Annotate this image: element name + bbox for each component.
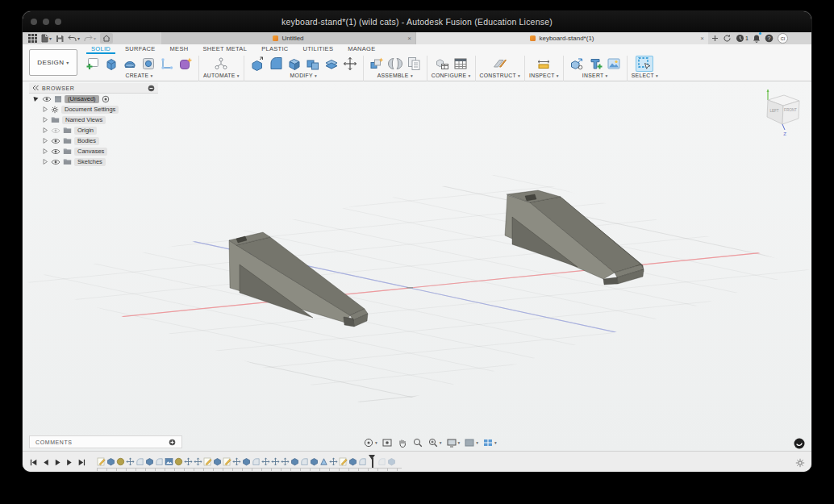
timeline-feature-extrude[interactable]: [310, 457, 319, 466]
extrude-icon[interactable]: [102, 56, 120, 72]
timeline-feature-extrude[interactable]: [145, 457, 154, 466]
timeline-feature-fillet[interactable]: [136, 457, 144, 466]
timeline-play-button[interactable]: [53, 457, 62, 468]
browser-item-label[interactable]: Document Settings: [61, 106, 119, 114]
split-body-icon[interactable]: [323, 56, 340, 72]
shell-icon[interactable]: [286, 56, 303, 72]
browser-item-canvases[interactable]: Canvases: [29, 146, 158, 156]
timeline-feature-sketch[interactable]: [203, 457, 212, 466]
timeline-feature-move[interactable]: [261, 457, 270, 466]
expand-triangle-icon[interactable]: [42, 116, 48, 123]
expand-triangle-icon[interactable]: [42, 158, 48, 165]
browser-item-bodies[interactable]: Bodies: [29, 135, 158, 146]
timeline-feature-fillet[interactable]: [358, 457, 367, 466]
expand-triangle-icon[interactable]: [42, 127, 48, 134]
add-comment-icon[interactable]: [169, 439, 176, 446]
group-label-insert[interactable]: INSERT ▾: [582, 73, 608, 78]
zoom-window-button[interactable]: [55, 19, 61, 25]
assistant-bubble[interactable]: [794, 438, 805, 449]
close-tab-icon[interactable]: ×: [700, 35, 704, 42]
automate-icon[interactable]: [212, 56, 230, 72]
job-status-icon[interactable]: 1: [736, 33, 749, 44]
undo-icon[interactable]: ▾: [68, 33, 80, 44]
save-icon[interactable]: [56, 33, 64, 44]
browser-item-named-views[interactable]: Named Views: [29, 115, 158, 125]
timeline-feature-move[interactable]: [271, 457, 280, 466]
browser-item-sketches[interactable]: Sketches: [29, 156, 158, 167]
fillet-icon[interactable]: [267, 56, 285, 72]
comments-bar[interactable]: COMMENTS: [29, 435, 182, 448]
close-window-button[interactable]: [31, 19, 37, 25]
activate-component-radio[interactable]: [102, 95, 110, 103]
browser-item-label[interactable]: Bodies: [74, 137, 99, 145]
timeline-feature-extrude[interactable]: [290, 457, 299, 466]
viewports-icon[interactable]: ▾: [482, 437, 497, 448]
ribbon-tab-manage[interactable]: MANAGE: [340, 44, 382, 53]
look-at-icon[interactable]: [382, 437, 393, 448]
browser-item-label[interactable]: (Unsaved): [65, 95, 99, 103]
browser-item-origin[interactable]: Origin: [29, 125, 158, 135]
collapse-panel-icon[interactable]: [32, 85, 39, 91]
bom-icon[interactable]: [405, 56, 423, 72]
group-label-construct[interactable]: CONSTRUCT ▾: [480, 73, 521, 78]
create-sketch-icon[interactable]: [84, 56, 102, 72]
timeline-feature-fillet[interactable]: [300, 457, 309, 466]
browser-item-label[interactable]: Sketches: [74, 158, 106, 166]
visibility-eye-off-icon[interactable]: [51, 127, 60, 134]
browser-item-unsaved[interactable]: (Unsaved): [29, 94, 158, 104]
view-cube[interactable]: LEFT FRONT Z: [753, 86, 811, 138]
ribbon-tab-solid[interactable]: SOLID: [84, 44, 118, 53]
zoom-icon[interactable]: [412, 437, 423, 448]
browser-item-document-settings[interactable]: Document Settings: [29, 104, 158, 115]
close-tab-icon[interactable]: ×: [407, 35, 411, 42]
joint-icon[interactable]: [386, 56, 404, 72]
browser-header[interactable]: BROWSER: [29, 83, 158, 94]
timeline-feature-move[interactable]: [184, 457, 193, 466]
timeline-feature-form[interactable]: [116, 457, 125, 466]
construct-plane-icon[interactable]: [491, 56, 509, 72]
timeline-go-start-button[interactable]: [29, 457, 38, 468]
insert-derive-icon[interactable]: [568, 56, 586, 72]
timeline-playhead[interactable]: [369, 455, 376, 468]
group-label-automate[interactable]: AUTOMATE ▾: [203, 73, 240, 78]
pan-icon[interactable]: [397, 437, 408, 448]
timeline-feature-move[interactable]: [281, 457, 290, 466]
new-tab-icon[interactable]: [711, 33, 719, 44]
visibility-eye-icon[interactable]: [51, 138, 60, 144]
timeline-feature-sketch[interactable]: [223, 457, 231, 466]
redo-icon[interactable]: ▾: [84, 33, 96, 44]
expand-triangle-icon[interactable]: [42, 137, 48, 144]
home-icon[interactable]: [100, 33, 113, 44]
timeline-step-forward-button[interactable]: [65, 457, 74, 468]
browser-item-label[interactable]: Named Views: [62, 116, 106, 124]
select-icon[interactable]: [636, 56, 653, 72]
minus-circle-icon[interactable]: [148, 85, 155, 92]
orbit-icon[interactable]: ▾: [363, 437, 377, 448]
viewcube-face-left[interactable]: LEFT: [769, 109, 778, 113]
move-icon[interactable]: [341, 56, 359, 72]
sync-icon[interactable]: [723, 33, 732, 44]
timeline-feature-sketch[interactable]: [339, 457, 348, 466]
doc-tab-untitled[interactable]: Untitled ×: [161, 32, 416, 44]
configuration-table-icon[interactable]: [452, 56, 469, 72]
timeline-feature-move[interactable]: [126, 457, 135, 466]
visibility-eye-icon[interactable]: [51, 148, 60, 155]
model-left[interactable]: [229, 232, 368, 327]
group-label-assemble[interactable]: ASSEMBLE ▾: [377, 73, 413, 78]
ribbon-tab-sheet-metal[interactable]: SHEET METAL: [195, 44, 254, 53]
revolve-icon[interactable]: [121, 56, 139, 72]
grid-display-icon[interactable]: ▾: [464, 437, 478, 448]
timeline-feature-canvas[interactable]: [165, 457, 173, 466]
timeline-feature-extrude-suppressed[interactable]: [387, 457, 396, 466]
group-label-create[interactable]: CREATE ▾: [125, 73, 152, 78]
ribbon-tab-mesh[interactable]: MESH: [163, 44, 196, 53]
viewport-canvas[interactable]: BROWSER (Unsaved)Document SettingsNamed …: [23, 81, 811, 452]
minimize-window-button[interactable]: [43, 19, 49, 25]
timeline-feature-extrude[interactable]: [348, 457, 357, 466]
model-right[interactable]: [505, 190, 644, 285]
timeline-feature-form[interactable]: [174, 457, 183, 466]
group-label-configure[interactable]: CONFIGURE ▾: [432, 73, 471, 78]
configuration-icon[interactable]: [433, 56, 451, 72]
sketch-dimension-icon[interactable]: [158, 56, 176, 72]
design-dropdown[interactable]: DESIGN ▾: [29, 49, 77, 76]
